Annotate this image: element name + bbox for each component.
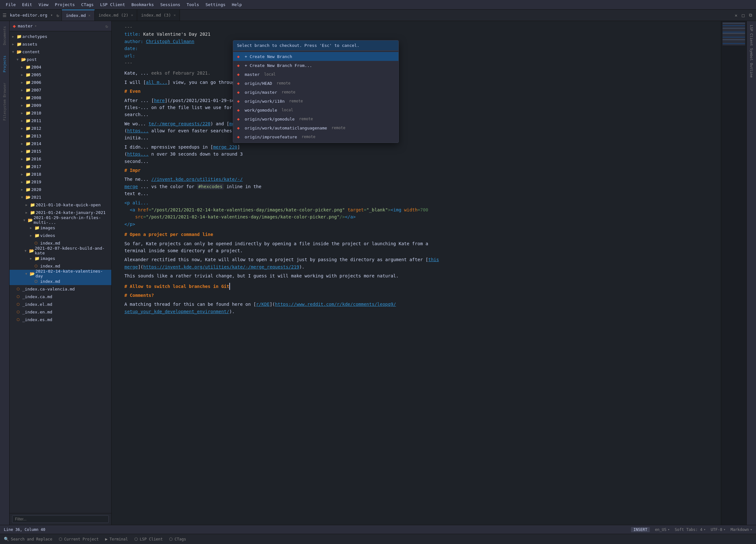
branch-item-create-new[interactable]: ◆ + Create New Branch [233,52,398,61]
menu-ctags[interactable]: CTags [78,1,97,8]
tree-arrow-icon: ▶ [21,150,26,153]
tree-item-2010[interactable]: ▶📁2010 [10,109,111,117]
file-browser-refresh-button[interactable]: ↻ [106,24,108,29]
tree-item-2016[interactable]: ▶📁2016 [10,155,111,163]
tab-index-md-3[interactable]: index.md (3) ✕ [137,10,180,21]
tab-action-split-v[interactable]: ✕ [733,12,738,19]
branch-item-origin-work-i18n[interactable]: ◆ origin/work/i18n remote [233,97,398,106]
tab-close-1[interactable]: ✕ [88,13,91,18]
toolbar-lsp-client[interactable]: ⬡ LSP Client [134,537,163,541]
folder-open-icon: 📂 [21,57,27,62]
branch-item-origin-work-gomodule[interactable]: ◆ origin/work/gomodule remote [233,115,398,123]
tree-item-2008[interactable]: ▶📁2008 [10,94,111,101]
status-locale-selector[interactable]: en_US ▾ [655,527,670,532]
menu-bar: File Edit View Projects CTags LSP Client… [0,0,756,10]
tree-item-content[interactable]: ▼ 📂 content [10,48,111,56]
branch-item-origin-work-autolang[interactable]: ◆ origin/work/automaticlanguagename remo… [233,123,398,132]
menu-file[interactable]: File [3,1,19,8]
tree-item-2017[interactable]: ▶📁2017 [10,163,111,170]
menu-sessions[interactable]: Sessions [157,1,183,8]
branch-item-label: origin/master [245,90,277,95]
tab-close-3[interactable]: ✕ [174,13,176,17]
tree-item-2021[interactable]: ▼📂2021 [10,193,111,201]
tab-label-2: index.md (2) [99,13,129,18]
tree-item-2014[interactable]: ▶📁2014 [10,140,111,147]
branch-item-create-new-from[interactable]: ◆ + Create New Branch From... [233,61,398,70]
branch-list: ◆ + Create New Branch ◆ + Create New Bra… [233,51,398,143]
sidebar-filesystem-panel[interactable]: Filesystem Browser [1,80,8,123]
lsp-outline-label[interactable]: LSP Client Symbol Outline [747,21,755,82]
tree-item-2004[interactable]: ▶📁2004 [10,63,111,71]
menu-lsp-client[interactable]: LSP Client [97,1,128,8]
menu-edit[interactable]: Edit [19,1,35,8]
status-syntax: Markdown [730,527,749,532]
tree-item-2021-valentines[interactable]: ▼📂2021-02-14-kate-valentines-day [10,270,111,277]
tree-item-archetypes[interactable]: ▶ 📁 archetypes [10,33,111,40]
toolbar-terminal[interactable]: ▶ Terminal [105,537,128,541]
branch-item-origin-master[interactable]: ◆ origin/master remote [233,88,398,97]
branch-search-box: Select branch to checkout. Press 'Esc' t… [233,41,398,51]
branch-selector[interactable]: ◆ master ▾ [13,23,103,29]
tab-action-maximize[interactable]: ⧉ [748,12,753,19]
tree-item-2018[interactable]: ▶📁2018 [10,170,111,178]
menu-projects[interactable]: Projects [52,1,78,8]
refresh-button[interactable]: ↻ [56,13,59,18]
tree-item-2021-kdesrc[interactable]: ▼📂2021-02-07-kdesrc-build-and-kate [10,247,111,255]
toolbar-current-project[interactable]: ⬡ Current Project [59,537,99,541]
status-syntax-selector[interactable]: Markdown ▾ [730,527,752,532]
branch-icon: ◆ [237,99,242,104]
tree-item-2006[interactable]: ▶📁2006 [10,78,111,86]
sidebar-documents-panel[interactable]: Documents [1,24,8,48]
sidebar-projects-panel[interactable]: Projects [1,53,8,75]
toolbar-search-replace[interactable]: 🔍 Search and Replace [4,537,52,541]
tree-item-videos[interactable]: ▶📁videos [10,232,111,239]
tree-item-2005[interactable]: ▶📁2005 [10,71,111,78]
tree-item-2007[interactable]: ▶📁2007 [10,86,111,94]
tree-arrow-icon: ▶ [21,157,26,161]
tree-item-images-1[interactable]: ▶📁images [10,224,111,232]
branch-item-work-gomodule[interactable]: ◆ work/gomodule local [233,106,398,115]
tree-item-2019[interactable]: ▶📁2019 [10,178,111,186]
tree-item-assets[interactable]: ▶ 📁 assets [10,40,111,48]
status-tab-selector[interactable]: Soft Tabs: 4 ▾ [675,527,706,532]
tab-index-md-2[interactable]: index.md (2) ✕ [95,10,137,21]
tab-action-split-h[interactable]: □ [741,12,746,19]
branch-icon: ◆ [237,108,242,113]
tree-item-index-es[interactable]: ⬡_index.es.md [10,316,111,323]
file-icon: ⬡ [17,294,22,299]
branch-item-origin-improvefeature[interactable]: ◆ origin/improvefeature remote [233,132,398,141]
tree-item-2011[interactable]: ▶📁2011 [10,117,111,124]
file-filter-input[interactable] [12,515,109,523]
tree-item-2021-quick-open[interactable]: ▶📁2021-01-10-kate-quick-open [10,201,111,209]
menu-settings[interactable]: Settings [202,1,229,8]
tree-item-images-2[interactable]: ▶📁images [10,255,111,262]
tree-item-index-ca-valencia[interactable]: ⬡_index.ca-valencia.md [10,285,111,293]
tree-item-2013[interactable]: ▶📁2013 [10,132,111,140]
menu-help[interactable]: Help [229,1,245,8]
tree-item-post[interactable]: ▼ 📂 post [10,56,111,63]
branch-type-label: remote [277,81,290,86]
menu-view[interactable]: View [35,1,52,8]
project-selector[interactable]: ☰ kate-editor.org ▾ ↻ [0,10,62,21]
project-name: kate-editor.org [8,13,49,18]
menu-tools[interactable]: Tools [183,1,202,8]
tree-item-index-md-valentines[interactable]: ⬡index.md [10,277,111,285]
editor-content[interactable]: --- title: Kate Valentine's Day 2021 aut… [112,21,721,525]
tree-item-2021-search[interactable]: ▼📂2021-01-29-search-in-files-multi-... [10,216,111,224]
tab-index-md-1[interactable]: index.md ✕ [62,10,94,21]
toolbar-ctags[interactable]: ⬡ CTags [169,537,186,541]
tree-item-index-en[interactable]: ⬡_index.en.md [10,308,111,316]
status-encoding-selector[interactable]: UTF-8 ▾ [711,527,725,532]
tab-close-2[interactable]: ✕ [131,13,133,17]
branch-item-origin-head[interactable]: ◆ origin/HEAD remote [233,79,398,88]
folder-icon: 📁 [26,187,31,192]
branch-item-master[interactable]: ◆ master local [233,70,398,79]
menu-bookmarks[interactable]: Bookmarks [128,1,157,8]
tree-item-2009[interactable]: ▶📁2009 [10,101,111,109]
status-mode-indicator: INSERT [631,527,650,532]
tree-item-2015[interactable]: ▶📁2015 [10,147,111,155]
tree-item-index-ca[interactable]: ⬡_index.ca.md [10,293,111,300]
tree-item-index-el[interactable]: ⬡_index.el.md [10,300,111,308]
tree-item-2020[interactable]: ▶📁2020 [10,186,111,193]
tree-item-2012[interactable]: ▶📁2012 [10,124,111,132]
